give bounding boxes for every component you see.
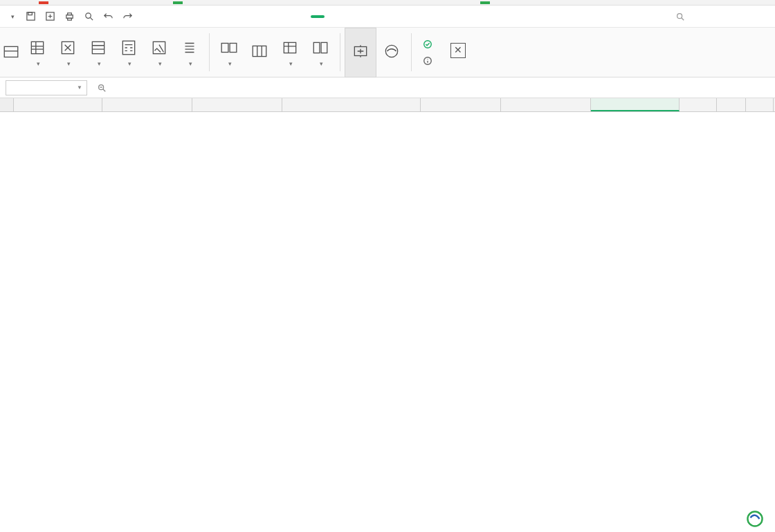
text-button[interactable]: ▾ (144, 28, 174, 77)
split-button[interactable]: ▾ (305, 28, 336, 77)
advsplit-button[interactable] (244, 28, 275, 77)
zoom-out-icon[interactable] (93, 83, 111, 93)
svg-rect-9 (31, 42, 43, 53)
window-tabstrip (0, 0, 775, 6)
logo-icon (746, 510, 764, 528)
tab-insert[interactable] (167, 14, 170, 19)
svg-point-6 (85, 13, 91, 19)
tab-formula[interactable] (203, 14, 206, 19)
tab-member[interactable] (293, 14, 295, 19)
feedback-link[interactable] (423, 56, 437, 66)
search-input[interactable] (688, 12, 771, 21)
svg-rect-8 (4, 46, 18, 57)
close-icon: ✕ (450, 43, 466, 58)
separator (209, 33, 210, 71)
calc-button[interactable]: ▾ (113, 28, 144, 77)
svg-rect-16 (253, 46, 266, 56)
formula-bar: ▼ (0, 77, 775, 98)
toc-button[interactable]: ▾ (174, 28, 205, 77)
formula-input[interactable] (116, 80, 775, 95)
spreadsheet (0, 98, 775, 520)
preview-icon[interactable] (82, 10, 95, 23)
tab-efficiency[interactable] (340, 14, 343, 19)
svg-rect-3 (66, 15, 72, 19)
name-box[interactable]: ▼ (6, 80, 87, 95)
svg-rect-4 (67, 13, 71, 15)
svg-rect-5 (67, 18, 71, 20)
col-header-F[interactable] (501, 98, 591, 111)
open-member-link[interactable] (423, 39, 437, 49)
svg-rect-14 (221, 43, 228, 52)
col-header-D[interactable] (282, 98, 421, 111)
icon-only-button-1[interactable] (0, 28, 22, 77)
col-header-H[interactable] (680, 98, 717, 111)
tab-view[interactable] (257, 14, 259, 19)
fintool-button[interactable] (345, 28, 376, 77)
redo-icon[interactable] (121, 10, 134, 23)
col-header-C[interactable] (192, 98, 282, 111)
separator (340, 33, 340, 71)
ribbon-tabs (149, 14, 361, 19)
svg-rect-18 (313, 42, 320, 53)
svg-rect-15 (230, 43, 237, 52)
svg-point-24 (747, 511, 762, 526)
col-header-G[interactable] (591, 98, 680, 111)
save-icon[interactable] (24, 10, 37, 23)
chevron-down-icon: ▼ (77, 84, 82, 91)
tab-smarttoolbox[interactable] (311, 15, 325, 18)
svg-point-7 (677, 13, 682, 18)
watermark (746, 510, 768, 528)
print-icon[interactable] (63, 10, 75, 23)
svg-rect-11 (92, 42, 104, 53)
undo-icon[interactable] (102, 10, 114, 23)
col-header-A[interactable] (14, 98, 102, 111)
col-header-B[interactable] (102, 98, 192, 111)
command-search[interactable] (675, 12, 771, 21)
tab-data[interactable] (221, 14, 224, 19)
quick-access-toolbar (24, 10, 134, 23)
fill-button[interactable]: ▾ (22, 28, 53, 77)
format-button[interactable]: ▾ (83, 28, 113, 77)
tab-fintoolbox[interactable] (358, 14, 361, 19)
compare-button[interactable]: ▾ (214, 28, 244, 77)
kingdee-button[interactable] (376, 28, 407, 77)
separator (411, 33, 412, 71)
svg-rect-19 (321, 42, 327, 53)
close-tool-button[interactable]: ✕ (444, 28, 473, 77)
menu-bar: ▾ (0, 6, 775, 28)
grid-body[interactable] (0, 112, 775, 520)
col-header-E[interactable] (421, 98, 501, 111)
tab-review[interactable] (239, 14, 241, 19)
col-header-J[interactable] (746, 98, 774, 111)
svg-rect-17 (284, 42, 295, 53)
column-header-row (0, 98, 775, 112)
select-all-corner[interactable] (0, 98, 14, 111)
tab-start[interactable] (149, 14, 152, 19)
file-menu[interactable]: ▾ (4, 10, 19, 23)
tab-dev[interactable] (275, 14, 277, 19)
tab-pagelayout[interactable] (185, 14, 188, 19)
ribbon-links (416, 28, 444, 77)
export-icon[interactable] (44, 10, 56, 23)
ribbon-toolbar: ▾ ▾ ▾ ▾ ▾ ▾ ▾ (0, 28, 775, 77)
col-header-I[interactable] (717, 98, 746, 111)
delete-button[interactable]: ▾ (53, 28, 83, 77)
search-icon (675, 12, 685, 21)
merge-button[interactable]: ▾ (275, 28, 305, 77)
svg-rect-1 (28, 12, 32, 15)
chevron-down-icon: ▾ (11, 13, 15, 20)
svg-rect-12 (122, 41, 134, 55)
